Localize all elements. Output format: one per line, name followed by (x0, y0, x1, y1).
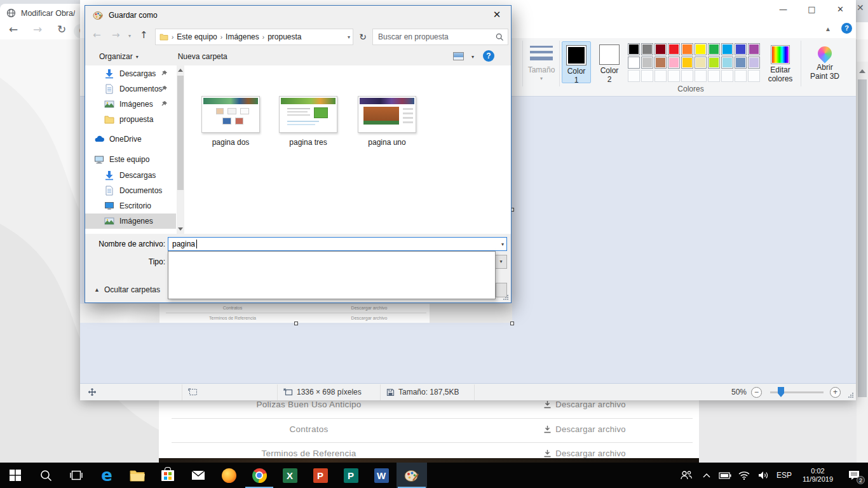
sidebar-item-este-equipo[interactable]: Este equipo (85, 152, 176, 167)
up-icon[interactable]: ↑ (140, 29, 148, 41)
palette-swatch[interactable] (628, 57, 640, 69)
action-center-button[interactable]: 2 (840, 463, 868, 488)
volume-icon[interactable] (754, 463, 773, 488)
taskbar-chrome-button[interactable] (244, 463, 275, 488)
hide-folders-toggle[interactable]: ▲ Ocultar carpetas (94, 285, 160, 294)
show-hidden-icons-button[interactable] (698, 463, 715, 488)
organize-button[interactable]: Organizar ▾ (99, 52, 139, 61)
palette-swatch[interactable] (735, 57, 747, 69)
sidebar-item-escritorio[interactable]: Escritorio (85, 198, 176, 214)
palette-swatch-empty[interactable] (628, 70, 640, 82)
back-icon[interactable]: ← (93, 29, 101, 41)
filename-caret-icon[interactable]: ▾ (501, 241, 504, 247)
taskbar-paint-button[interactable] (397, 463, 427, 488)
sidebar-item-onedrive[interactable]: OneDrive (85, 132, 176, 147)
canvas-resize-handle-bottom[interactable] (294, 322, 298, 325)
sidebar-item-documentos-2[interactable]: Documentos (85, 183, 176, 198)
dialog-help-icon[interactable]: ? (483, 50, 494, 62)
scrollbar-thumb[interactable] (858, 79, 867, 397)
dialog-resize-grip[interactable] (503, 294, 509, 301)
palette-swatch-empty[interactable] (681, 70, 693, 82)
taskbar-powerpoint-button[interactable]: P (305, 463, 336, 488)
filename-autocomplete-dropdown[interactable] (168, 251, 496, 299)
zoom-out-button[interactable]: − (751, 387, 762, 398)
maximize-button[interactable]: □ (797, 0, 826, 18)
download-link[interactable]: Descargar archivo (512, 424, 658, 434)
palette-swatch-empty[interactable] (748, 70, 760, 82)
close-button[interactable]: ✕ (826, 0, 855, 18)
palette-swatch[interactable] (748, 43, 760, 55)
palette-swatch[interactable] (748, 57, 760, 69)
taskbar-search-button[interactable] (31, 463, 61, 488)
dialog-close-icon[interactable]: ✕ (488, 9, 506, 22)
palette-swatch[interactable] (654, 43, 667, 55)
edit-colors-button[interactable]: Editar colores (764, 41, 797, 83)
new-folder-button[interactable]: Nueva carpeta (178, 52, 227, 61)
minimize-button[interactable]: — (769, 0, 797, 18)
scrollbar-thumb[interactable] (177, 76, 184, 190)
palette-swatch[interactable] (668, 43, 680, 55)
palette-swatch-empty[interactable] (695, 70, 707, 82)
palette-swatch-empty[interactable] (654, 70, 667, 82)
palette-swatch[interactable] (721, 57, 733, 69)
paint-help-icon[interactable]: ? (841, 23, 852, 34)
zoom-in-button[interactable]: + (830, 387, 841, 398)
palette-swatch-empty[interactable] (735, 70, 747, 82)
palette-swatch[interactable] (681, 57, 693, 69)
refresh-icon[interactable]: ↻ (355, 29, 370, 45)
palette-swatch[interactable] (695, 57, 707, 69)
scroll-up-icon[interactable] (178, 69, 183, 72)
palette-swatch[interactable] (695, 43, 707, 55)
palette-swatch[interactable] (708, 43, 720, 55)
reload-icon[interactable]: ↻ (57, 23, 66, 36)
sidebar-item-descargas[interactable]: Descargas (85, 66, 176, 81)
color1-button[interactable]: Color 1 (562, 41, 591, 83)
taskbar-publisher-button[interactable]: P (336, 463, 366, 488)
start-button[interactable] (0, 463, 31, 488)
scroll-down-icon[interactable] (178, 227, 183, 231)
history-caret-icon[interactable]: ▾ (128, 33, 131, 39)
view-mode-caret-icon[interactable]: ▾ (471, 54, 474, 60)
sidebar-scrollbar[interactable] (177, 65, 184, 234)
breadcrumb[interactable]: › Este equipo › Imágenes › propuesta ▾ (155, 29, 353, 45)
palette-swatch[interactable] (681, 43, 693, 55)
open-paint3d-button[interactable]: Abrir Paint 3D (804, 41, 845, 81)
taskbar-store-button[interactable] (153, 463, 183, 488)
palette-swatch[interactable] (628, 43, 640, 55)
sidebar-item-propuesta[interactable]: propuesta (85, 112, 176, 127)
breadcrumb-segment[interactable]: Este equipo (177, 32, 217, 41)
view-mode-icon[interactable] (453, 52, 464, 60)
palette-swatch-empty[interactable] (668, 70, 680, 82)
size-button[interactable]: Tamaño ▾ (525, 42, 558, 83)
taskbar-edge-button[interactable]: e (92, 463, 122, 488)
battery-icon[interactable] (715, 463, 735, 488)
breadcrumb-segment[interactable]: propuesta (268, 32, 301, 41)
language-indicator[interactable]: ESP (773, 463, 796, 488)
type-dropdown-icon[interactable]: ▾ (495, 255, 507, 269)
search-input[interactable]: Buscar en propuesta (372, 29, 508, 45)
sidebar-item-descargas-2[interactable]: Descargas (85, 168, 176, 183)
file-item-pagina-uno[interactable]: pagina uno (352, 96, 422, 147)
breadcrumb-caret-icon[interactable]: ▾ (348, 34, 350, 40)
collapse-ribbon-icon[interactable]: ▲ (825, 25, 831, 32)
task-view-button[interactable] (61, 463, 92, 488)
taskbar-excel-button[interactable]: X (275, 463, 305, 488)
wifi-icon[interactable] (735, 463, 754, 488)
back-icon[interactable]: ← (9, 23, 18, 36)
clock[interactable]: 0:02 11/9/2019 (796, 463, 840, 488)
forward-icon[interactable]: → (112, 29, 120, 41)
taskbar-word-button[interactable]: W (366, 463, 397, 488)
palette-swatch[interactable] (668, 57, 680, 69)
palette-swatch-empty[interactable] (641, 70, 653, 82)
palette-swatch[interactable] (708, 57, 720, 69)
people-icon[interactable] (675, 463, 698, 488)
palette-swatch[interactable] (641, 43, 653, 55)
file-item-pagina-dos[interactable]: pagina dos (196, 96, 266, 147)
palette-swatch[interactable] (721, 43, 733, 55)
forward-icon[interactable]: → (33, 23, 42, 36)
sidebar-item-documentos[interactable]: Documentos (85, 81, 176, 97)
scroll-up-icon[interactable] (859, 69, 865, 73)
palette-swatch[interactable] (641, 57, 653, 69)
window-resize-grip[interactable] (848, 392, 854, 398)
download-link[interactable]: Descargar archivo (512, 400, 658, 409)
